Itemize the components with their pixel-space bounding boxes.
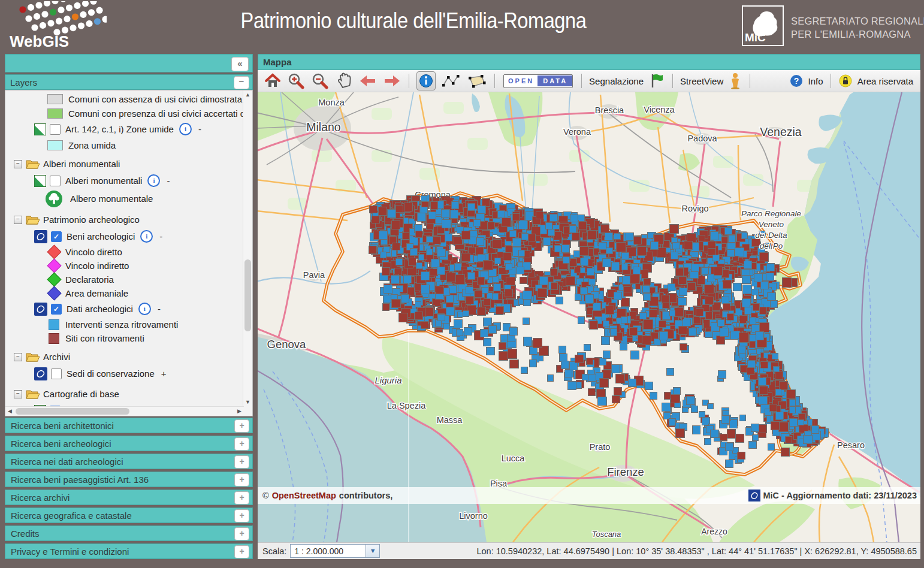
collapse-node-icon[interactable]: − xyxy=(14,390,22,398)
measure-area-icon[interactable] xyxy=(466,73,487,89)
accordion-ricerca-beni-archeologici[interactable]: Ricerca beni archeologici+ xyxy=(5,436,253,451)
layers-panel-header[interactable]: Layers − xyxy=(5,74,253,90)
collapse-node-icon[interactable]: − xyxy=(14,353,22,361)
svg-text:Monza: Monza xyxy=(318,98,345,107)
segnalazione-label[interactable]: Segnalazione xyxy=(589,76,644,86)
expand-icon[interactable]: + xyxy=(234,473,249,487)
scale-label: Scala: xyxy=(262,546,286,556)
open-data-button[interactable]: OPENDATA xyxy=(503,74,573,88)
tree-folder-row: −Patrimonio archeologico xyxy=(5,212,243,228)
accordion-privacy-e-termini-e-condizioni[interactable]: Privacy e Termini e condizioni+ xyxy=(5,543,253,559)
collapse-node-icon[interactable]: − xyxy=(14,216,22,224)
zoom-in-icon[interactable] xyxy=(287,72,305,89)
home-icon[interactable] xyxy=(264,73,281,89)
legend-toggle[interactable]: - xyxy=(198,124,201,134)
map-canvas[interactable]: Cremona MonzaMilanoBresciaVeronaVicenzaP… xyxy=(258,92,920,542)
expand-icon[interactable]: + xyxy=(234,509,249,522)
forward-arrow-icon[interactable] xyxy=(383,74,401,88)
legend-row: Declaratoria xyxy=(5,273,243,286)
svg-text:?: ? xyxy=(793,76,799,86)
lock-icon[interactable] xyxy=(839,74,852,87)
legend-toggle[interactable]: - xyxy=(167,176,170,186)
layer-checkbox[interactable] xyxy=(51,368,62,379)
info-icon[interactable]: i xyxy=(179,123,192,135)
accordion-ricerca-nei-dati-archeologici[interactable]: Ricerca nei dati archeologici+ xyxy=(5,454,253,469)
legend-toggle[interactable]: - xyxy=(158,304,161,314)
svg-text:Toscana: Toscana xyxy=(592,530,621,539)
legend-diamond xyxy=(47,286,61,300)
expand-icon[interactable]: + xyxy=(234,437,249,451)
accordion-credits[interactable]: Credits+ xyxy=(5,525,253,541)
folder-icon xyxy=(25,158,40,170)
vertical-scroll-thumb[interactable] xyxy=(244,259,251,331)
chevron-down-icon[interactable]: ▼ xyxy=(366,545,379,557)
svg-text:La Spezia: La Spezia xyxy=(387,401,426,410)
scroll-down-icon[interactable]: ▼ xyxy=(243,398,252,407)
scroll-left-icon[interactable]: ◀ xyxy=(5,407,14,416)
scroll-up-icon[interactable]: ▲ xyxy=(243,90,252,99)
map-panel-title: Mappa xyxy=(263,57,292,67)
accordion-ricerca-beni-architettonici[interactable]: Ricerca beni architettonici+ xyxy=(5,418,253,433)
flag-icon[interactable] xyxy=(649,73,665,89)
svg-text:Vicenza: Vicenza xyxy=(644,105,675,114)
tree-folder-row: −Archivi xyxy=(5,349,243,365)
svg-text:Venezia: Venezia xyxy=(760,125,802,138)
svg-text:Livorno: Livorno xyxy=(459,511,488,521)
layer-checkbox[interactable]: ✓ xyxy=(51,304,62,315)
zoom-out-icon[interactable] xyxy=(311,72,329,89)
horizontal-scrollbar[interactable]: ◀ ▶ xyxy=(5,406,244,416)
agency-name: SEGRETARIATO REGIONALE PER L'EMILIA-ROMA… xyxy=(791,14,924,41)
layer-checkbox[interactable] xyxy=(50,124,61,135)
svg-text:Firenze: Firenze xyxy=(607,466,644,478)
svg-text:Verona: Verona xyxy=(563,127,591,137)
expand-icon[interactable]: + xyxy=(234,545,249,558)
svg-text:Padova: Padova xyxy=(687,134,717,143)
legend-row: Comuni con presenza di usi civici accert… xyxy=(5,106,243,120)
layer-checkbox[interactable]: ✓ xyxy=(51,231,62,242)
vertical-scrollbar[interactable]: ▲ ▼ xyxy=(243,90,252,416)
page-title: Patrimonio culturale dell'Emilia-Romagna xyxy=(224,8,603,34)
map-panel: Mappa OPENDATA Segnalazione StreetView ?… xyxy=(258,54,920,559)
back-arrow-icon[interactable] xyxy=(359,74,377,88)
svg-text:Arezzo: Arezzo xyxy=(701,527,727,536)
layers-minimize-button[interactable]: − xyxy=(234,76,249,89)
layer-checkbox[interactable] xyxy=(50,176,61,186)
accordion-ricerca-archivi[interactable]: Ricerca archivi+ xyxy=(5,490,253,505)
map-attribution: © OpenStreetMap contributors, MiC - Aggi… xyxy=(258,487,920,504)
expand-icon[interactable]: + xyxy=(234,419,249,433)
legend-toggle[interactable]: - xyxy=(159,231,162,241)
expand-icon[interactable]: + xyxy=(234,491,249,504)
osm-link[interactable]: OpenStreetMap xyxy=(272,491,336,500)
info-icon[interactable]: i xyxy=(138,303,151,315)
identify-tool-button[interactable] xyxy=(416,71,436,90)
svg-text:Brescia: Brescia xyxy=(595,105,624,115)
map-toolbar: OPENDATA Segnalazione StreetView ? Info … xyxy=(258,70,920,92)
svg-text:WebGIS: WebGIS xyxy=(10,32,69,50)
collapse-sidebar-button[interactable]: « xyxy=(231,57,249,71)
area-riservata-label[interactable]: Area riservata xyxy=(857,76,913,86)
expand-icon[interactable]: + xyxy=(234,527,249,540)
svg-text:Milano: Milano xyxy=(306,120,341,134)
svg-text:del Delta: del Delta xyxy=(755,231,787,240)
expand-icon[interactable]: + xyxy=(234,455,249,469)
mic-small-icon xyxy=(748,490,760,501)
help-info-icon[interactable]: ? xyxy=(790,74,803,87)
svg-text:Liguria: Liguria xyxy=(375,375,401,385)
horizontal-scroll-thumb[interactable] xyxy=(16,408,129,415)
collapse-node-icon[interactable]: − xyxy=(14,160,22,168)
tree-folder-row: −Cartografie di base xyxy=(5,386,243,402)
legend-toggle[interactable]: + xyxy=(161,368,167,379)
streetview-pegman-icon[interactable] xyxy=(729,72,742,89)
measure-line-icon[interactable] xyxy=(441,73,460,89)
scale-select[interactable]: 1 : 2.000.000 ▼ xyxy=(290,544,380,558)
scroll-right-icon[interactable]: ▶ xyxy=(235,407,244,416)
accordion-ricerca-beni-paesaggistici-art-136[interactable]: Ricerca beni paesaggistici Art. 136+ xyxy=(5,472,253,487)
accordion-ricerca-geografica-e-catastale[interactable]: Ricerca geografica e catastale+ xyxy=(5,507,253,523)
streetview-label[interactable]: StreetView xyxy=(680,76,723,86)
info-label[interactable]: Info xyxy=(808,76,823,86)
pan-hand-icon[interactable] xyxy=(335,72,353,89)
accordion-list: Ricerca beni architettonici+Ricerca beni… xyxy=(5,418,253,561)
legend-row: Vincolo diretto xyxy=(5,245,243,259)
info-icon[interactable]: i xyxy=(147,174,160,187)
info-icon[interactable]: i xyxy=(140,230,153,243)
